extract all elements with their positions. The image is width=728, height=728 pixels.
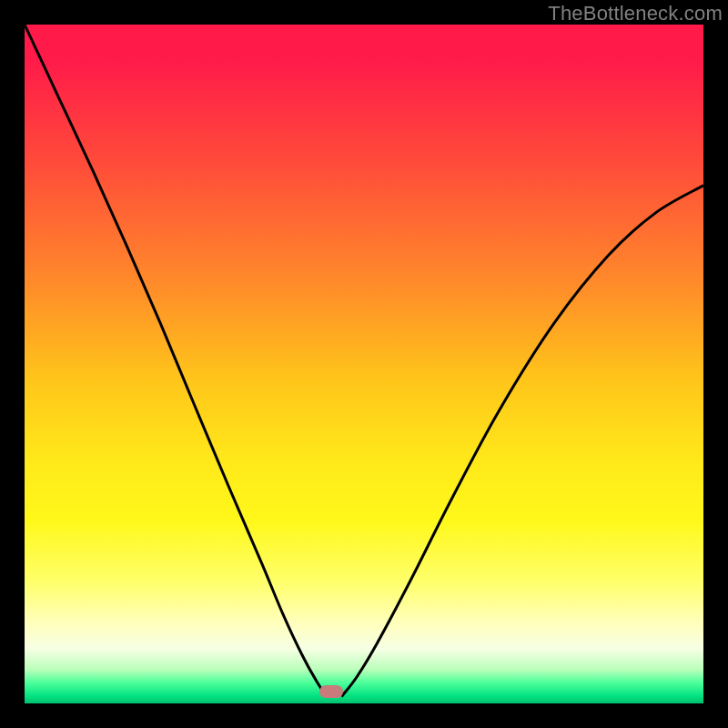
chart-frame: TheBottleneck.com bbox=[0, 0, 728, 728]
bottleneck-curve bbox=[25, 25, 703, 703]
curve-right-branch bbox=[341, 186, 703, 697]
curve-left-branch bbox=[25, 25, 327, 697]
watermark-text: TheBottleneck.com bbox=[548, 2, 723, 25]
plot-area bbox=[25, 25, 703, 703]
optimal-point-marker bbox=[319, 685, 343, 698]
